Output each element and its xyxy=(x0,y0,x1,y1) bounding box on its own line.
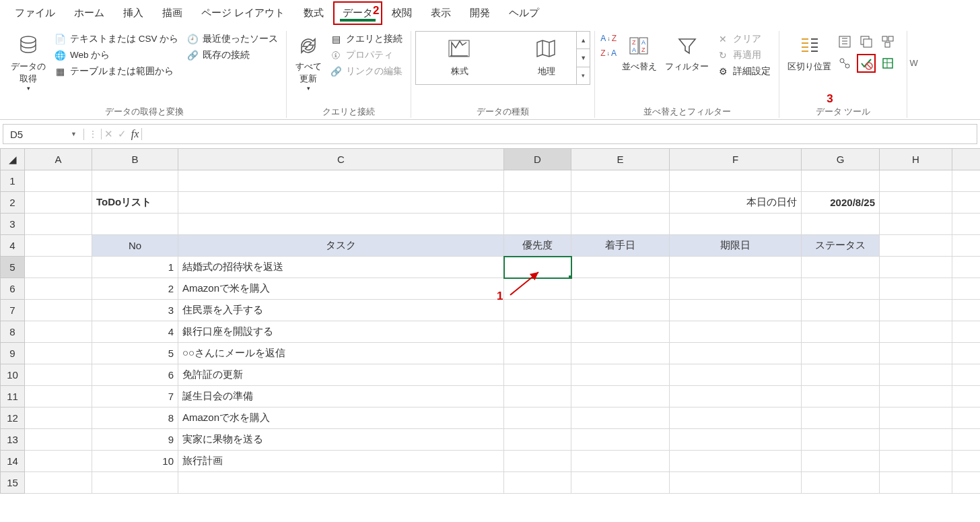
cell[interactable] xyxy=(504,386,571,407)
cell[interactable] xyxy=(880,300,952,321)
sort-az-button[interactable]: A↓Z xyxy=(600,34,617,43)
cell[interactable] xyxy=(571,364,670,386)
cell[interactable] xyxy=(670,300,802,321)
cell[interactable] xyxy=(25,364,92,386)
cell[interactable] xyxy=(25,257,92,278)
cell[interactable] xyxy=(504,364,571,386)
insert-function-button[interactable]: fx xyxy=(131,128,139,140)
cell[interactable] xyxy=(504,278,571,300)
cell[interactable] xyxy=(25,407,92,429)
cell-hdr-status[interactable]: ステータス xyxy=(802,235,880,257)
row-header[interactable]: 5 xyxy=(1,257,25,278)
cell[interactable] xyxy=(571,257,670,278)
cell[interactable] xyxy=(670,257,802,278)
cell[interactable] xyxy=(571,278,670,300)
cell[interactable] xyxy=(802,429,880,451)
recent-sources-button[interactable]: 🕘 最近使ったソース xyxy=(185,32,279,46)
cell[interactable] xyxy=(670,343,802,364)
cell[interactable] xyxy=(670,278,802,300)
col-header-A[interactable]: A xyxy=(25,149,92,170)
cell[interactable] xyxy=(952,170,981,192)
row-header[interactable]: 10 xyxy=(1,364,25,386)
from-web-button[interactable]: 🌐 Web から xyxy=(53,48,180,62)
cell[interactable] xyxy=(571,192,670,214)
cell-hdr-no[interactable]: No xyxy=(92,235,178,257)
cell[interactable] xyxy=(670,472,802,494)
text-to-columns-button[interactable]: 区切り位置 xyxy=(783,31,835,74)
cell[interactable] xyxy=(670,407,802,429)
cell-hdr-start[interactable]: 着手日 xyxy=(571,235,670,257)
row-header[interactable]: 11 xyxy=(1,386,25,407)
cell-D5[interactable] xyxy=(504,257,571,278)
col-header-F[interactable]: F xyxy=(670,149,802,170)
cell[interactable] xyxy=(92,214,178,235)
cell[interactable] xyxy=(802,257,880,278)
cell[interactable] xyxy=(25,214,92,235)
cell[interactable] xyxy=(670,364,802,386)
cell[interactable] xyxy=(25,472,92,494)
cell[interactable] xyxy=(571,170,670,192)
row-header[interactable]: 1 xyxy=(1,170,25,192)
gallery-up-button[interactable]: ▲ xyxy=(577,32,590,49)
cell[interactable] xyxy=(25,278,92,300)
cell[interactable] xyxy=(880,386,952,407)
cell[interactable] xyxy=(880,235,952,257)
cell[interactable] xyxy=(802,170,880,192)
cell-task[interactable]: 住民票を入手する xyxy=(178,300,504,321)
cell-no[interactable]: 3 xyxy=(92,300,178,321)
cell[interactable] xyxy=(92,170,178,192)
col-header-E[interactable]: E xyxy=(571,149,670,170)
clear-filter-button[interactable]: ✕ クリア xyxy=(715,32,772,46)
cell[interactable] xyxy=(571,472,670,494)
row-header[interactable]: 4 xyxy=(1,235,25,257)
cell-hdr-task[interactable]: タスク xyxy=(178,235,504,257)
cell[interactable] xyxy=(178,170,504,192)
consolidate-button[interactable] xyxy=(878,32,897,51)
cell[interactable] xyxy=(802,214,880,235)
cell[interactable] xyxy=(952,321,981,343)
cell[interactable] xyxy=(504,192,571,214)
cell-today[interactable]: 2020/8/25 xyxy=(802,192,880,214)
row-header[interactable]: 8 xyxy=(1,321,25,343)
cell[interactable] xyxy=(504,300,571,321)
cell[interactable] xyxy=(670,214,802,235)
row-header[interactable]: 9 xyxy=(1,343,25,364)
menu-dev[interactable]: 開発 xyxy=(460,1,499,25)
cell[interactable] xyxy=(670,170,802,192)
cell[interactable] xyxy=(670,429,802,451)
cell-no[interactable]: 6 xyxy=(92,364,178,386)
menu-draw[interactable]: 描画 xyxy=(153,1,192,25)
name-box[interactable]: D5 ▼ xyxy=(3,129,84,140)
cell[interactable] xyxy=(952,257,981,278)
cell[interactable] xyxy=(802,407,880,429)
cell-no[interactable]: 1 xyxy=(92,257,178,278)
cell-no[interactable]: 4 xyxy=(92,321,178,343)
cell[interactable] xyxy=(952,235,981,257)
data-validation-button[interactable] xyxy=(857,54,876,73)
remove-duplicates-button[interactable] xyxy=(857,32,876,51)
filter-button[interactable]: フィルター xyxy=(661,31,713,74)
menu-formulas[interactable]: 数式 xyxy=(294,1,333,25)
row-header[interactable]: 7 xyxy=(1,300,25,321)
advanced-filter-button[interactable]: ⚙ 詳細設定 xyxy=(715,65,772,78)
cell[interactable] xyxy=(571,343,670,364)
cell[interactable] xyxy=(504,343,571,364)
cell-task[interactable]: ○○さんにメールを返信 xyxy=(178,343,504,364)
flash-fill-button[interactable] xyxy=(835,32,854,51)
reapply-button[interactable]: ↻ 再適用 xyxy=(715,48,772,62)
cell[interactable] xyxy=(25,300,92,321)
cell[interactable] xyxy=(952,472,981,494)
cell[interactable] xyxy=(880,451,952,472)
cell[interactable] xyxy=(504,321,571,343)
from-table-range-button[interactable]: ▦ テーブルまたは範囲から xyxy=(53,65,180,78)
cell-task[interactable]: Amazonで水を購入 xyxy=(178,407,504,429)
cell[interactable] xyxy=(802,472,880,494)
cell[interactable] xyxy=(802,364,880,386)
from-text-csv-button[interactable]: 📄 テキストまたは CSV から xyxy=(53,32,180,46)
cell[interactable] xyxy=(802,343,880,364)
col-header-I[interactable]: I xyxy=(952,149,981,170)
row-header[interactable]: 3 xyxy=(1,214,25,235)
cell[interactable] xyxy=(25,386,92,407)
sort-button[interactable]: ZAAZ 並べ替え xyxy=(618,31,661,74)
menu-view[interactable]: 表示 xyxy=(421,1,460,25)
